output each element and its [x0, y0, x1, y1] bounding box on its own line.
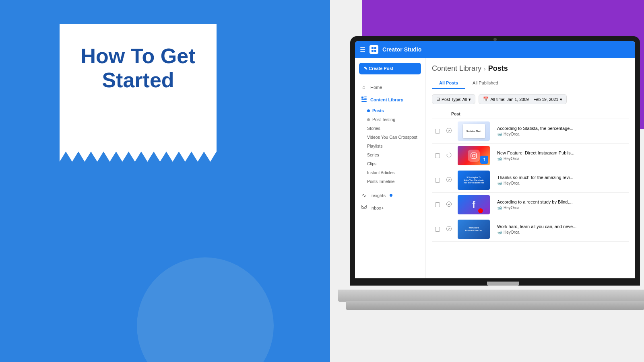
- breadcrumb-current: Posts: [488, 64, 508, 73]
- svg-rect-7: [361, 99, 367, 100]
- sidebar-item-inbox[interactable]: Inbox+: [355, 202, 425, 214]
- sidebar-item-insights[interactable]: ∿ Insights: [355, 189, 425, 202]
- sidebar-item-clips[interactable]: Clips: [355, 159, 425, 168]
- table-row[interactable]: Statistics Chart According to Statista, …: [432, 119, 629, 144]
- sidebar: ✎ Create Post ⌂ Home: [355, 58, 425, 278]
- post-title: Thanks so much for the amazing revi...: [497, 175, 625, 180]
- row-checkbox[interactable]: [435, 178, 440, 183]
- post-author: HeyOrca: [504, 206, 519, 210]
- table-row[interactable]: f New Feature: Direct Instagram Publis..…: [432, 144, 629, 168]
- post-author: HeyOrca: [504, 132, 519, 136]
- author-icon: 🐋: [497, 156, 502, 161]
- post-author: HeyOrca: [504, 181, 519, 185]
- tab-all-posts[interactable]: All Posts: [432, 78, 465, 89]
- create-post-button[interactable]: ✎ Create Post: [359, 63, 421, 74]
- breadcrumb-chevron: ›: [484, 66, 486, 72]
- sidebar-item-posts[interactable]: Posts: [355, 106, 425, 115]
- svg-point-12: [473, 154, 475, 157]
- table-row[interactable]: Work HardLearn All You Can Work hard, le…: [432, 217, 629, 242]
- svg-rect-0: [372, 47, 374, 49]
- sidebar-item-content-library[interactable]: Content Library: [355, 93, 425, 106]
- date-chevron: ▾: [560, 97, 562, 102]
- sidebar-label-instant-articles: Instant Articles: [367, 170, 394, 175]
- post-author: HeyOrca: [504, 230, 519, 234]
- author-icon: 🐋: [497, 230, 502, 234]
- laptop-base-bottom: [346, 301, 644, 310]
- row-status-icon: [446, 177, 454, 183]
- sidebar-label-inbox: Inbox+: [370, 206, 384, 210]
- creator-studio-app: ☰ Creator Studio ✎: [355, 41, 635, 278]
- sidebar-label-insights: Insights: [370, 193, 386, 198]
- row-status-icon: [446, 226, 454, 232]
- laptop-frame: ☰ Creator Studio ✎: [350, 36, 644, 334]
- inbox-icon: [361, 205, 367, 211]
- svg-point-14: [447, 177, 452, 182]
- laptop-base: [338, 290, 644, 302]
- post-thumbnail: f: [458, 195, 490, 214]
- app-logo: [369, 45, 378, 54]
- sidebar-item-stories[interactable]: Stories: [355, 124, 425, 133]
- sidebar-item-playlists[interactable]: Playlists: [355, 142, 425, 150]
- row-checkbox[interactable]: [435, 202, 440, 207]
- post-title: According to a recent study by Blind,...: [497, 200, 625, 204]
- svg-point-15: [447, 202, 452, 207]
- thumb-content: Statistics Chart: [458, 121, 490, 141]
- sidebar-item-series[interactable]: Series: [355, 150, 425, 159]
- app-title: Creator Studio: [382, 46, 421, 53]
- hero-card: How To Get Started: [60, 24, 217, 169]
- post-info: According to Statista, the percentage...…: [497, 126, 625, 136]
- calendar-icon: 📅: [483, 97, 489, 102]
- insights-icon: ∿: [361, 192, 367, 198]
- sidebar-label-videos-crosspost: Videos You Can Crosspost: [367, 135, 417, 140]
- hamburger-icon[interactable]: ☰: [360, 46, 365, 53]
- laptop-screen-outer: ☰ Creator Studio ✎: [350, 36, 640, 286]
- table-header: Post: [432, 109, 629, 119]
- post-info: New Feature: Direct Instagram Publis... …: [497, 150, 625, 161]
- inactive-dot: [367, 118, 370, 121]
- author-icon: 🐋: [497, 132, 502, 136]
- post-type-label: Post Type: All: [442, 97, 467, 102]
- post-title: According to Statista, the percentage...: [497, 126, 625, 131]
- sidebar-item-videos-crosspost[interactable]: Videos You Can Crosspost: [355, 133, 425, 142]
- breadcrumb: Content Library › Posts: [432, 64, 629, 73]
- sidebar-label-post-testing: Post Testing: [372, 117, 395, 122]
- thumb-content: f: [458, 146, 490, 165]
- row-checkbox[interactable]: [435, 153, 440, 158]
- filter-icon: ⊟: [436, 97, 440, 102]
- svg-rect-1: [374, 47, 376, 49]
- post-thumbnail: Statistics Chart: [458, 121, 490, 141]
- row-checkbox[interactable]: [435, 227, 440, 232]
- content-tabs: All Posts All Published: [432, 78, 629, 89]
- laptop-camera: [493, 38, 497, 41]
- svg-point-13: [475, 154, 476, 154]
- svg-rect-3: [374, 50, 376, 52]
- sidebar-item-home[interactable]: ⌂ Home: [355, 81, 425, 93]
- laptop-screen: ☰ Creator Studio ✎: [355, 41, 635, 278]
- sidebar-item-post-testing[interactable]: Post Testing: [355, 115, 425, 124]
- post-author: HeyOrca: [504, 156, 519, 161]
- post-thumbnail: Work HardLearn All You Can: [458, 220, 490, 239]
- table-row[interactable]: 5 Strategies ToMake Your FacebookAds Mor…: [432, 168, 629, 193]
- author-icon: 🐋: [497, 206, 502, 210]
- table-row[interactable]: f According: [432, 193, 629, 217]
- posts-table: Post: [432, 109, 629, 242]
- sidebar-item-instant-articles[interactable]: Instant Articles: [355, 168, 425, 177]
- svg-rect-4: [361, 97, 363, 99]
- date-filter[interactable]: 📅 All time: Jan 1, 2009 – Feb 19, 2021 ▾: [479, 94, 567, 104]
- insights-notification-dot: [390, 194, 392, 197]
- post-type-filter[interactable]: ⊟ Post Type: All ▾: [432, 94, 475, 104]
- svg-rect-11: [471, 153, 477, 158]
- main-area: ✎ Create Post ⌂ Home: [355, 58, 635, 278]
- post-title: Work hard, learn all you can, and neve..…: [497, 224, 625, 229]
- date-range-label: All time: Jan 1, 2009 – Feb 19, 2021: [490, 97, 558, 102]
- row-checkbox[interactable]: [435, 129, 440, 134]
- sidebar-label-posts-timeline: Posts Timeline: [367, 179, 394, 184]
- top-nav-bar: ☰ Creator Studio: [355, 41, 635, 58]
- tab-all-published[interactable]: All Published: [465, 78, 506, 89]
- sidebar-label-posts: Posts: [372, 108, 384, 113]
- post-info: Work hard, learn all you can, and neve..…: [497, 224, 625, 234]
- active-dot: [367, 109, 370, 112]
- post-info: According to a recent study by Blind,...…: [497, 200, 625, 210]
- sidebar-item-posts-timeline[interactable]: Posts Timeline: [355, 177, 425, 186]
- post-meta: 🐋 HeyOrca: [497, 181, 625, 185]
